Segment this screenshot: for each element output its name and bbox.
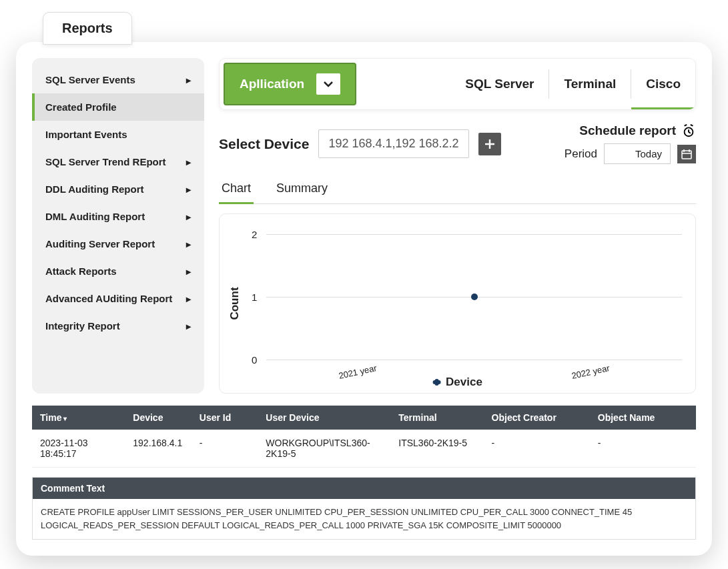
caret-right-icon [186,74,191,85]
col-user-device[interactable]: User Device [258,406,390,430]
select-device-label: Select Device [219,136,309,152]
caret-right-icon [186,156,191,167]
sidebar-item-advanced-auditing-report[interactable]: Advanced AUditing Report [32,285,204,312]
main-panel: Apllication SQL ServerTerminalCisco Sele… [219,58,696,394]
sidebar-item-attack-reports[interactable]: Attack Reports [32,257,204,285]
sidebar-item-created-profile[interactable]: Created Profile [32,93,204,121]
sidebar-item-sql-server-trend-report[interactable]: SQL Server Trend REport [32,148,204,175]
page-tab-reports[interactable]: Reports [43,12,132,45]
sidebar-item-label: Important Events [45,129,127,140]
subtab-summary[interactable]: Summary [274,176,330,203]
period-value[interactable]: Today [604,143,671,164]
chart-plot-area: 0122021 year2022 year [266,234,682,360]
comment-body: CREATE PROFILE appUser LIMIT SESSIONS_PE… [33,499,695,539]
sidebar-item-important-events[interactable]: Important Events [32,121,204,148]
svg-rect-1 [682,151,691,159]
sidebar-item-label: SQL Server Events [45,74,135,85]
sub-tabs: ChartSummary [219,176,696,204]
tab-terminal[interactable]: Terminal [549,59,631,109]
cell-time: 2023-11-03 18:45:17 [32,430,125,468]
application-dropdown-label: Apllication [240,77,304,91]
sidebar-item-label: Advanced AUditing Report [45,293,172,304]
select-device-value[interactable]: 192 168.4.1,192 168.2.2 [318,129,468,158]
chart-container: Count 0122021 year2022 year Device [219,213,696,394]
caret-right-icon [186,183,191,195]
caret-right-icon [186,265,191,277]
x-tick: 2021 year [338,363,378,381]
results-table: TimeDeviceUser IdUser DeviceTerminalObje… [32,406,696,468]
y-tick: 0 [252,354,257,366]
col-device[interactable]: Device [125,406,192,430]
sidebar-item-label: DDL Auditing Report [45,183,143,195]
data-point [471,294,478,300]
clock-icon [681,123,696,138]
subtab-chart[interactable]: Chart [219,176,254,204]
main-card: SQL Server EventsCreated ProfileImportan… [16,42,712,556]
col-user-id[interactable]: User Id [192,406,258,430]
comment-header: Comment Text [33,478,695,499]
app-tabs: Apllication SQL ServerTerminalCisco [219,58,696,110]
sidebar-item-label: SQL Server Trend REport [45,156,166,167]
sidebar-item-label: Integrity Report [45,320,120,332]
table-row[interactable]: 2023-11-03 18:45:17192.168.4.1-WORKGROUP… [32,430,696,468]
col-object-name[interactable]: Object Name [590,406,696,430]
caret-right-icon [186,320,191,332]
chart-legend: Device [432,376,482,389]
sidebar-item-label: DML Auditing Report [45,211,145,222]
cell-object_name: - [590,430,696,468]
reports-sidebar: SQL Server EventsCreated ProfileImportan… [32,58,204,394]
sidebar-item-ddl-auditing-report[interactable]: DDL Auditing Report [32,175,204,203]
schedule-report-label: Schedule report [579,123,676,138]
sidebar-item-label: Attack Reports [45,265,117,277]
chart-x-axis-label: Device [446,376,482,389]
chevron-down-icon [316,73,340,95]
tab-sql-server[interactable]: SQL Server [450,59,549,109]
application-dropdown[interactable]: Apllication [224,63,356,105]
comment-panel: Comment Text CREATE PROFILE appUser LIMI… [32,477,696,540]
caret-right-icon [186,211,191,222]
cell-terminal: ITSL360-2K19-5 [390,430,483,468]
chart-y-axis-label: Count [228,287,242,320]
tab-cisco[interactable]: Cisco [631,59,695,109]
cell-user_id: - [192,430,258,468]
period-label: Period [565,147,597,161]
y-tick: 2 [252,229,257,240]
caret-right-icon [186,293,191,304]
caret-right-icon [186,238,191,249]
x-tick: 2022 year [571,363,611,381]
schedule-report-link[interactable]: Schedule report [579,123,696,138]
grid-line [266,234,682,235]
legend-marker-icon [432,380,440,384]
y-tick: 1 [252,292,257,303]
sidebar-item-dml-auditing-report[interactable]: DML Auditing Report [32,203,204,230]
grid-line [266,360,682,360]
sidebar-item-sql-server-events[interactable]: SQL Server Events [32,66,204,93]
cell-device: 192.168.4.1 [125,430,192,468]
col-time[interactable]: Time [32,406,125,430]
col-object-creator[interactable]: Object Creator [484,406,590,430]
cell-user_device: WORKGROUP\ITSL360-2K19-5 [258,430,390,468]
sidebar-item-integrity-report[interactable]: Integrity Report [32,312,204,340]
calendar-icon[interactable] [677,145,696,163]
sidebar-item-label: Created Profile [45,101,117,113]
add-device-button[interactable] [478,133,501,155]
schedule-block: Schedule report Period Today [565,123,696,164]
cell-object_creator: - [484,430,590,468]
sidebar-item-auditing-server-report[interactable]: Auditing Server Report [32,230,204,257]
sidebar-item-label: Auditing Server Report [45,238,155,249]
col-terminal[interactable]: Terminal [390,406,483,430]
